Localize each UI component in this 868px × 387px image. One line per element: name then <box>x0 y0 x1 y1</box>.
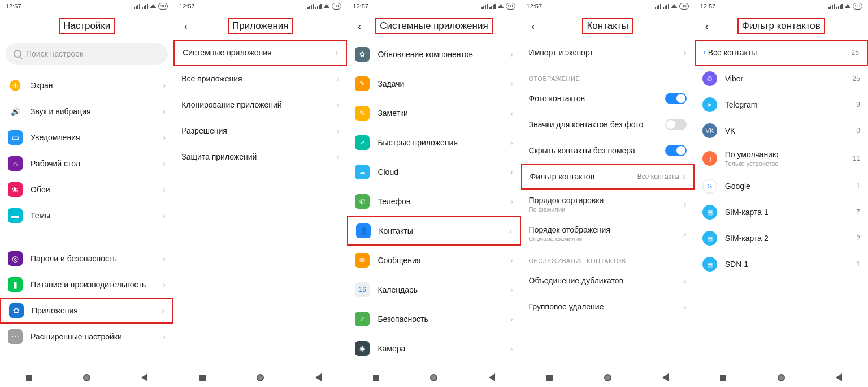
row-быстрые-приложения[interactable]: ↗Быстрые приложения› <box>347 128 520 157</box>
row-sound[interactable]: 🔊Звук и вибрация› <box>0 98 173 124</box>
nav-home[interactable] <box>256 373 265 382</box>
header: ‹ Контакты <box>521 12 695 40</box>
filter-sim-карта-1[interactable]: ▤SIM-карта 17 <box>695 199 868 225</box>
row-календарь[interactable]: 16Календарь› <box>347 275 520 304</box>
row-телефон[interactable]: ✆Телефон› <box>347 187 520 216</box>
header: ‹ Системные приложения <box>347 12 520 40</box>
nav-back[interactable] <box>140 373 149 382</box>
nav-bar <box>695 368 868 387</box>
search-placeholder: Поиск настроек <box>26 49 83 58</box>
row-обновление-компонентов[interactable]: ✿Обновление компонентов› <box>347 40 520 69</box>
row-hide-no-number[interactable]: Скрыть контакты без номера <box>521 137 695 164</box>
row-contact-photos[interactable]: Фото контактов <box>521 85 695 111</box>
row-app-lock[interactable]: Защита приложений› <box>173 144 347 170</box>
account-icon: ▤ <box>702 231 717 246</box>
search-icon <box>14 50 21 58</box>
nav-back[interactable] <box>835 373 844 382</box>
row-сообщения[interactable]: ✉Сообщения› <box>347 246 520 275</box>
row-advanced[interactable]: ⋯Расширенные настройки› <box>0 324 173 350</box>
page-title: Приложения <box>228 18 293 34</box>
screen-contacts: 12:57 90 ‹ Контакты Импорт и экспорт› ОТ… <box>521 0 695 387</box>
theme-icon: ▬ <box>8 208 23 223</box>
header: ‹ Приложения <box>173 12 347 40</box>
nav-home[interactable] <box>429 373 439 382</box>
nav-recent[interactable] <box>372 373 381 382</box>
row-themes[interactable]: ▬Темы› <box>0 203 173 229</box>
screen-system-apps: 12:57 90 ‹ Системные приложения ✿Обновле… <box>347 0 520 387</box>
page-title: Настройки <box>59 18 115 34</box>
row-заметки[interactable]: ✎Заметки› <box>347 98 520 128</box>
row-no-photo-icons[interactable]: Значки для контактов без фото <box>521 111 695 137</box>
header: Настройки <box>0 12 173 40</box>
nav-recent[interactable] <box>545 373 554 382</box>
search-input[interactable]: Поиск настроек <box>6 43 168 64</box>
app-icon: ✆ <box>355 194 370 209</box>
nav-bar <box>0 368 173 387</box>
home-icon: ⌂ <box>8 156 23 171</box>
page-title: Фильтр контактов <box>737 18 825 34</box>
filter-все-контакты[interactable]: ›Все контакты25 <box>695 40 868 66</box>
header: ‹ Фильтр контактов <box>695 12 868 40</box>
row-contact-filter[interactable]: Фильтр контактовВсе контакты› <box>521 164 695 190</box>
check-icon: › <box>704 49 706 57</box>
row-merge-dupes[interactable]: Объединение дубликатов› <box>521 268 695 294</box>
row-permissions[interactable]: Разрешения› <box>173 118 347 144</box>
bell-icon: ▭ <box>8 130 23 145</box>
app-icon: ✿ <box>355 47 370 62</box>
nav-back[interactable] <box>487 373 496 382</box>
nav-recent[interactable] <box>198 373 207 382</box>
nav-back[interactable] <box>661 373 670 382</box>
back-button[interactable]: ‹ <box>699 18 715 34</box>
row-system-apps[interactable]: Системные приложения› <box>173 40 347 66</box>
row-power[interactable]: ▮Питание и производительность› <box>0 272 173 298</box>
filter-vk[interactable]: VKVK0 <box>695 118 868 144</box>
row-security[interactable]: ◎Пароли и безопасность› <box>0 246 173 272</box>
sound-icon: 🔊 <box>8 104 23 119</box>
nav-home[interactable] <box>603 373 612 382</box>
filter-google[interactable]: GGoogle1 <box>695 173 868 199</box>
filter-telegram[interactable]: ➤Telegram9 <box>695 92 868 118</box>
battery-icon: ▮ <box>8 277 23 292</box>
account-icon: G <box>702 179 717 194</box>
app-icon: ✎ <box>355 76 370 91</box>
nav-recent[interactable] <box>24 373 33 382</box>
toggle-icons[interactable] <box>665 119 687 130</box>
row-batch-delete[interactable]: Групповое удаление› <box>521 294 695 320</box>
row-sort-order[interactable]: Порядок сортировкиПо фамилии› <box>521 190 695 219</box>
screen-apps: 12:57 90 ‹ Приложения Системные приложен… <box>173 0 347 387</box>
row-import-export[interactable]: Импорт и экспорт› <box>521 40 695 66</box>
row-clone-apps[interactable]: Клонирование приложений› <box>173 92 347 118</box>
back-button[interactable]: ‹ <box>526 18 541 34</box>
row-контакты[interactable]: 👤Контакты› <box>347 216 520 246</box>
nav-home[interactable] <box>776 373 785 382</box>
account-icon: ▯ <box>702 151 717 166</box>
filter-sdn-1[interactable]: ▤SDN 11 <box>695 251 868 277</box>
filter-sim-карта-2[interactable]: ▤SIM-карта 22 <box>695 225 868 251</box>
wallpaper-icon: ❀ <box>8 182 23 197</box>
system-apps-list: ✿Обновление компонентов›✎Задачи›✎Заметки… <box>347 40 520 368</box>
app-icon: 16 <box>355 282 370 297</box>
row-notifications[interactable]: ▭Уведомления› <box>0 124 173 150</box>
row-cloud[interactable]: ☁Cloud› <box>347 157 520 187</box>
row-all-apps[interactable]: Все приложения› <box>173 66 347 92</box>
filter-list: ›Все контакты25✆Viber25➤Telegram9VKVK0▯П… <box>695 40 868 368</box>
back-button[interactable]: ‹ <box>351 18 367 34</box>
row-задачи[interactable]: ✎Задачи› <box>347 69 520 98</box>
nav-back[interactable] <box>314 373 323 382</box>
toggle-photos[interactable] <box>665 93 687 104</box>
toggle-hide[interactable] <box>665 145 687 156</box>
filter-по-умолчанию[interactable]: ▯По умолчаниюТолько устройство11 <box>695 144 868 173</box>
row-display-order[interactable]: Порядок отображенияСначала фамилия› <box>521 219 695 248</box>
nav-home[interactable] <box>83 373 92 382</box>
nav-recent[interactable] <box>719 373 728 382</box>
row-desktop[interactable]: ⌂Рабочий стол› <box>0 150 173 177</box>
row-камера[interactable]: ◉Камера› <box>347 334 520 363</box>
row-screen[interactable]: ☀Экран› <box>0 72 173 98</box>
row-wallpaper[interactable]: ❀Обои› <box>0 177 173 203</box>
account-icon: ➤ <box>702 97 717 112</box>
status-icons: 90 <box>134 3 168 10</box>
back-button[interactable]: ‹ <box>178 18 194 34</box>
filter-viber[interactable]: ✆Viber25 <box>695 66 868 92</box>
row-apps[interactable]: ✿Приложения› <box>0 298 173 324</box>
row-безопасность[interactable]: ✓Безопасность› <box>347 304 520 334</box>
